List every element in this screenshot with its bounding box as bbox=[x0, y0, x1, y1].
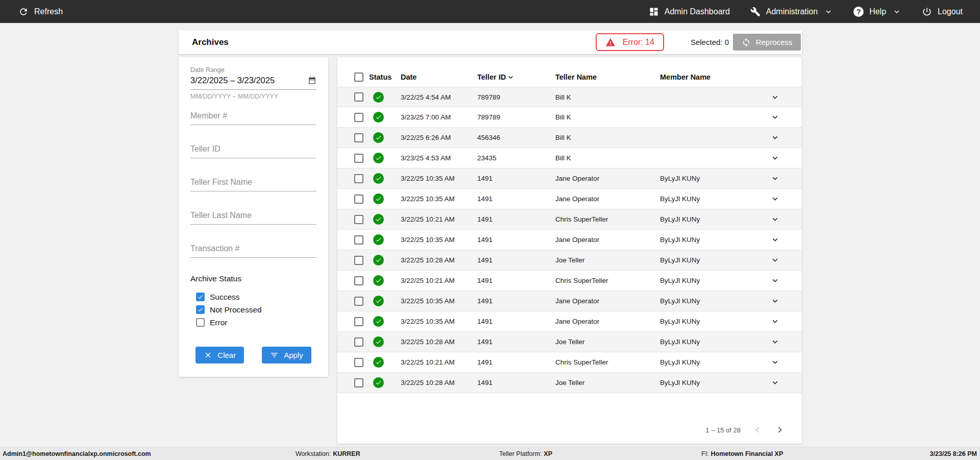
row-checkbox[interactable] bbox=[354, 297, 363, 306]
member-number-input[interactable] bbox=[190, 107, 316, 125]
expand-row-button[interactable] bbox=[770, 357, 789, 367]
row-member-name: ByLyJl KUNy bbox=[660, 195, 770, 203]
wrench-icon bbox=[750, 7, 761, 17]
row-checkbox[interactable] bbox=[354, 215, 363, 224]
expand-row-button[interactable] bbox=[770, 214, 789, 224]
row-checkbox[interactable] bbox=[354, 256, 363, 265]
archive-status-option[interactable]: Error bbox=[190, 316, 316, 329]
column-header-teller-name: Teller Name bbox=[555, 73, 660, 81]
row-teller-id: 1491 bbox=[477, 175, 555, 182]
footer-workstation: Workstation:KURRER bbox=[296, 450, 360, 457]
reprocess-label: Reprocess bbox=[756, 38, 793, 46]
application-window: Refresh Admin Dashboard Administration ?… bbox=[0, 0, 980, 460]
success-status-icon bbox=[373, 92, 384, 103]
expand-row-button[interactable] bbox=[770, 276, 789, 285]
table-body: 3/22/25 4:54 AM 789789 Bill K 3/23/25 7:… bbox=[337, 87, 802, 393]
logout-button[interactable]: Logout bbox=[922, 7, 963, 17]
table-row: 3/22/25 10:28 AM 1491 Joe Teller ByLyJl … bbox=[337, 373, 802, 393]
previous-page-button[interactable] bbox=[752, 424, 763, 435]
column-header-teller-id[interactable]: Teller ID bbox=[477, 73, 555, 82]
table-row: 3/23/25 4:53 AM 23435 Bill K bbox=[337, 148, 802, 168]
row-teller-id: 1491 bbox=[477, 195, 555, 203]
expand-row-button[interactable] bbox=[770, 153, 789, 163]
row-teller-id: 1491 bbox=[477, 358, 555, 366]
row-teller-id: 1491 bbox=[477, 215, 555, 223]
row-date: 3/22/25 10:21 AM bbox=[401, 358, 477, 366]
expand-row-button[interactable] bbox=[770, 92, 789, 102]
row-member-name: ByLyJl KUNy bbox=[660, 358, 770, 366]
row-checkbox[interactable] bbox=[354, 337, 363, 347]
success-status-icon bbox=[373, 296, 384, 306]
row-teller-name: Joe Teller bbox=[555, 379, 660, 386]
row-checkbox[interactable] bbox=[354, 92, 363, 102]
date-range-input[interactable] bbox=[190, 76, 292, 85]
row-teller-id: 1491 bbox=[477, 318, 555, 325]
teller-id-input[interactable] bbox=[190, 140, 316, 158]
success-status-icon bbox=[373, 193, 384, 204]
clear-button[interactable]: Clear bbox=[195, 347, 244, 364]
expand-row-button[interactable] bbox=[770, 112, 789, 122]
transaction-number-input[interactable] bbox=[190, 240, 316, 258]
refresh-button[interactable]: Refresh bbox=[18, 7, 63, 17]
row-checkbox[interactable] bbox=[354, 113, 363, 122]
row-checkbox[interactable] bbox=[354, 235, 363, 245]
row-checkbox[interactable] bbox=[354, 174, 363, 183]
expand-row-button[interactable] bbox=[770, 378, 789, 388]
archive-status-label: Archive Status bbox=[190, 274, 316, 283]
success-status-icon bbox=[373, 132, 384, 143]
success-status-icon bbox=[373, 255, 384, 265]
expand-row-button[interactable] bbox=[770, 317, 789, 326]
help-menu[interactable]: ? Help bbox=[853, 7, 901, 17]
expand-row-button[interactable] bbox=[770, 337, 789, 347]
row-checkbox[interactable] bbox=[354, 154, 363, 163]
administration-menu[interactable]: Administration bbox=[750, 7, 833, 17]
row-teller-id: 1491 bbox=[477, 256, 555, 264]
select-all-checkbox[interactable] bbox=[354, 72, 363, 82]
row-checkbox[interactable] bbox=[354, 358, 363, 367]
chevron-down-icon bbox=[770, 235, 780, 245]
row-checkbox[interactable] bbox=[354, 276, 363, 285]
calendar-icon[interactable] bbox=[308, 76, 316, 85]
row-teller-name: Bill K bbox=[555, 93, 660, 101]
chevron-down-icon bbox=[770, 112, 780, 122]
footer-teller-platform: Teller Platform:XP bbox=[499, 450, 552, 457]
reprocess-button[interactable]: Reprocess bbox=[733, 34, 801, 51]
chevron-down-icon bbox=[824, 7, 833, 16]
row-member-name: ByLyJl KUNy bbox=[660, 379, 770, 386]
apply-button[interactable]: Apply bbox=[262, 347, 311, 364]
checkbox-unchecked-icon[interactable] bbox=[196, 318, 205, 327]
row-date: 3/22/25 10:35 AM bbox=[401, 318, 477, 325]
expand-row-button[interactable] bbox=[770, 255, 789, 265]
error-badge[interactable]: Error: 14 bbox=[596, 33, 664, 51]
expand-row-button[interactable] bbox=[770, 296, 789, 306]
success-status-icon bbox=[373, 377, 384, 388]
admin-dashboard-button[interactable]: Admin Dashboard bbox=[649, 7, 730, 17]
checkbox-checked-icon[interactable] bbox=[196, 305, 205, 314]
archive-status-option[interactable]: Success bbox=[190, 290, 316, 303]
row-checkbox[interactable] bbox=[354, 133, 363, 142]
date-range-field[interactable] bbox=[190, 76, 316, 90]
row-teller-name: Bill K bbox=[555, 113, 660, 121]
page-header-bar: Archives Error: 14 Selected: 0 Reprocess bbox=[179, 30, 802, 54]
success-status-icon bbox=[373, 173, 384, 184]
teller-first-name-input[interactable] bbox=[190, 174, 316, 191]
expand-row-button[interactable] bbox=[770, 194, 789, 204]
table-row: 3/22/25 10:35 AM 1491 Jane Operator ByLy… bbox=[337, 311, 802, 332]
row-checkbox[interactable] bbox=[354, 378, 363, 388]
dashboard-icon bbox=[649, 7, 659, 17]
row-teller-id: 1491 bbox=[477, 379, 555, 386]
row-checkbox[interactable] bbox=[354, 317, 363, 326]
clear-label: Clear bbox=[217, 351, 236, 359]
expand-row-button[interactable] bbox=[770, 235, 789, 245]
checkbox-checked-icon[interactable] bbox=[196, 293, 205, 301]
expand-row-button[interactable] bbox=[770, 133, 789, 142]
row-checkbox[interactable] bbox=[354, 195, 363, 204]
table-row: 3/23/25 7:00 AM 789789 Bill K bbox=[337, 107, 802, 128]
teller-last-name-input[interactable] bbox=[190, 207, 316, 225]
next-page-button[interactable] bbox=[774, 424, 786, 435]
row-member-name: ByLyJl KUNy bbox=[660, 236, 770, 244]
expand-row-button[interactable] bbox=[770, 174, 789, 183]
row-teller-id: 789789 bbox=[477, 93, 555, 101]
footer-datetime: 3/23/25 8:26 PM bbox=[930, 450, 977, 457]
archive-status-option[interactable]: Not Processed bbox=[190, 303, 316, 316]
